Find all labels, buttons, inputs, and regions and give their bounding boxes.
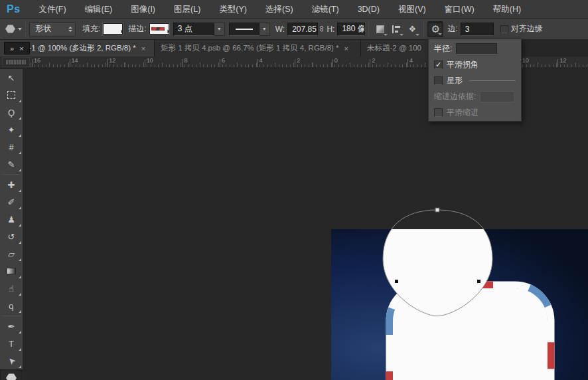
move-tool[interactable]: ↖ bbox=[0, 69, 23, 86]
menu-item-2[interactable]: 编辑(E) bbox=[76, 0, 122, 19]
gradient-tool[interactable] bbox=[0, 262, 23, 280]
ruler-major-tick bbox=[295, 59, 295, 67]
ruler-number: 10 bbox=[147, 57, 153, 64]
document-tab-2[interactable]: 矩形 1 拷贝 4.psb @ 66.7% (矩形 1 拷贝 4, RGB/8)… bbox=[155, 40, 361, 56]
tab-title: 未标题-2 @ 100 bbox=[367, 43, 421, 53]
ruler-major-tick bbox=[257, 59, 258, 67]
tool-options-bar: 形状 填充: 描边: 3 点 ▾ ▾ W: 207.85 ∞ H: 180 像素 bbox=[0, 19, 588, 40]
ruler-number: 8 bbox=[184, 57, 187, 64]
toolbar-grip[interactable] bbox=[2, 57, 30, 67]
path-anchor-top[interactable] bbox=[435, 208, 439, 212]
updown-arrows-icon bbox=[68, 27, 72, 32]
link-dimensions-icon[interactable]: ∞ bbox=[317, 26, 327, 32]
chevron-down-icon bbox=[438, 33, 442, 35]
geometry-options-button[interactable]: ⚙ bbox=[427, 21, 443, 37]
rectangular-marquee-tool[interactable] bbox=[0, 86, 23, 104]
history-brush-tool[interactable]: ↺ bbox=[0, 228, 23, 245]
tool-mode-select[interactable]: 形状 bbox=[29, 22, 76, 37]
menu-item-8[interactable]: 3D(D) bbox=[348, 0, 389, 19]
stroke-width-dropdown-button[interactable]: ▾ bbox=[214, 23, 225, 36]
smooth-indents-label: 平滑缩进 bbox=[447, 107, 478, 118]
brush-tool-icon: ✐ bbox=[8, 197, 15, 207]
document-tab-3[interactable]: 未标题-2 @ 100 bbox=[361, 40, 431, 56]
star-checkbox[interactable] bbox=[434, 76, 443, 85]
brush-tool[interactable]: ✐ bbox=[0, 193, 23, 211]
clone-stamp-tool[interactable]: ♟ bbox=[0, 211, 23, 228]
ruler-major-tick bbox=[145, 59, 145, 67]
floating-panel-chip[interactable]: » × bbox=[4, 42, 30, 54]
path-operations-button[interactable] bbox=[372, 21, 388, 37]
ruler-number: 2 bbox=[372, 57, 375, 64]
ruler-major-tick bbox=[70, 59, 70, 67]
toolbar-separator bbox=[2, 316, 21, 316]
smooth-indents-checkbox[interactable] bbox=[434, 108, 443, 117]
chevron-down-icon bbox=[117, 28, 123, 33]
lasso-tool[interactable]: Ϙ bbox=[0, 104, 23, 121]
eyedropper-tool[interactable]: ✎ bbox=[0, 155, 23, 173]
path-alignment-button[interactable] bbox=[388, 21, 404, 37]
path-anchor-left[interactable] bbox=[395, 280, 398, 283]
smooth-corners-checkbox[interactable]: ✓ bbox=[434, 60, 443, 69]
dodge-tool[interactable]: ρ bbox=[0, 297, 23, 314]
tools-panel: ↖Ϙ✦#✎✚✐♟↺▱☝ρ✒T➤ bbox=[0, 69, 23, 380]
tab-close-icon[interactable]: × bbox=[141, 45, 146, 52]
flyout-indicator bbox=[19, 151, 21, 154]
magic-wand-tool-icon: ✦ bbox=[8, 125, 15, 135]
path-arrangement-button[interactable]: ❖ bbox=[404, 21, 420, 37]
menu-item-10[interactable]: 窗口(W) bbox=[435, 0, 484, 19]
stroke-color-swatch[interactable] bbox=[149, 23, 169, 35]
type-tool[interactable]: T bbox=[0, 335, 23, 352]
align-edges-label: 对齐边缘 bbox=[511, 23, 543, 35]
radius-input[interactable] bbox=[456, 43, 497, 54]
flyout-indicator bbox=[19, 365, 21, 368]
crop-tool[interactable]: # bbox=[0, 138, 23, 155]
path-selection-tool[interactable]: ➤ bbox=[0, 352, 23, 369]
double-chevron-icon[interactable]: » bbox=[10, 45, 14, 52]
flyout-indicator bbox=[19, 241, 21, 244]
sides-label: 边: bbox=[447, 23, 457, 35]
magic-wand-tool[interactable]: ✦ bbox=[0, 121, 23, 138]
shape-height-input[interactable]: 180 像素 bbox=[337, 23, 365, 36]
smooth-corners-label: 平滑拐角 bbox=[447, 59, 478, 70]
menu-item-5[interactable]: 类型(Y) bbox=[210, 0, 256, 19]
align-edges-checkbox[interactable] bbox=[500, 25, 508, 33]
close-icon[interactable]: × bbox=[19, 45, 23, 52]
menu-item-9[interactable]: 视图(V) bbox=[389, 0, 435, 19]
menu-item-11[interactable]: 帮助(H) bbox=[484, 0, 530, 19]
eraser-tool[interactable]: ▱ bbox=[0, 245, 23, 262]
stroke-width-input[interactable]: 3 点 bbox=[173, 23, 214, 36]
stroke-type-dropdown-button[interactable]: ▾ bbox=[259, 23, 270, 36]
spot-healing-brush-tool[interactable]: ✚ bbox=[0, 176, 23, 193]
document-canvas[interactable] bbox=[325, 199, 588, 380]
menu-item-1[interactable]: 文件(F) bbox=[30, 0, 76, 19]
smooth-corners-row: ✓ 平滑拐角 bbox=[434, 59, 516, 70]
polygon-options-panel: 半径: ✓ 平滑拐角 星形 缩进边依据: 平滑缩进 bbox=[428, 39, 522, 122]
sides-input[interactable]: 3 bbox=[461, 23, 494, 36]
tool-preset-picker[interactable] bbox=[5, 25, 22, 33]
menu-item-7[interactable]: 滤镜(T) bbox=[303, 0, 348, 19]
fill-color-swatch[interactable] bbox=[103, 23, 123, 35]
flyout-indicator bbox=[19, 331, 21, 333]
ruler-major-tick bbox=[407, 59, 408, 67]
menu-item-6[interactable]: 选择(S) bbox=[256, 0, 303, 19]
smudge-tool[interactable]: ☝ bbox=[0, 280, 23, 297]
flyout-indicator bbox=[19, 189, 21, 192]
menu-item-3[interactable]: 图像(I) bbox=[121, 0, 165, 19]
menu-item-4[interactable]: 图层(L) bbox=[165, 0, 210, 19]
ruler-number: 14 bbox=[72, 57, 78, 64]
shape-width-input[interactable]: 207.85 bbox=[287, 23, 318, 36]
document-image[interactable] bbox=[331, 210, 588, 380]
indent-sides-input[interactable] bbox=[480, 91, 514, 102]
flyout-indicator bbox=[19, 207, 21, 209]
type-tool-icon: T bbox=[9, 339, 14, 349]
stroke-type-preview[interactable] bbox=[229, 23, 259, 36]
chevron-down-icon bbox=[400, 34, 404, 36]
pen-tool[interactable]: ✒ bbox=[0, 318, 23, 335]
ruler-major-tick bbox=[32, 59, 33, 67]
path-operations-icon bbox=[376, 25, 384, 33]
path-anchor-right[interactable] bbox=[477, 280, 480, 283]
tab-close-icon[interactable]: × bbox=[344, 45, 349, 52]
polygon-shape-tool[interactable] bbox=[0, 369, 23, 380]
ruler-major-tick bbox=[182, 59, 183, 67]
clone-stamp-tool-icon: ♟ bbox=[7, 215, 15, 225]
